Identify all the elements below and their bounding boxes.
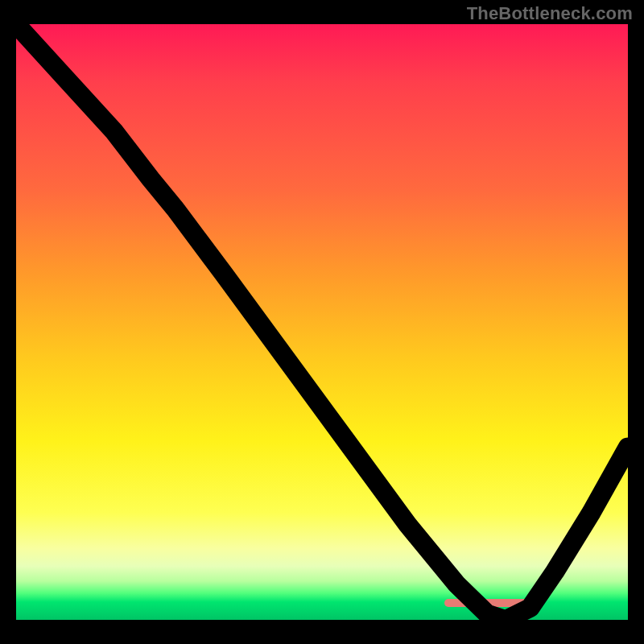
bottleneck-curve	[16, 24, 628, 620]
watermark-text: TheBottleneck.com	[467, 3, 633, 24]
curve-svg	[16, 24, 628, 620]
plot-area	[16, 24, 628, 620]
chart-stage: TheBottleneck.com	[0, 0, 644, 644]
